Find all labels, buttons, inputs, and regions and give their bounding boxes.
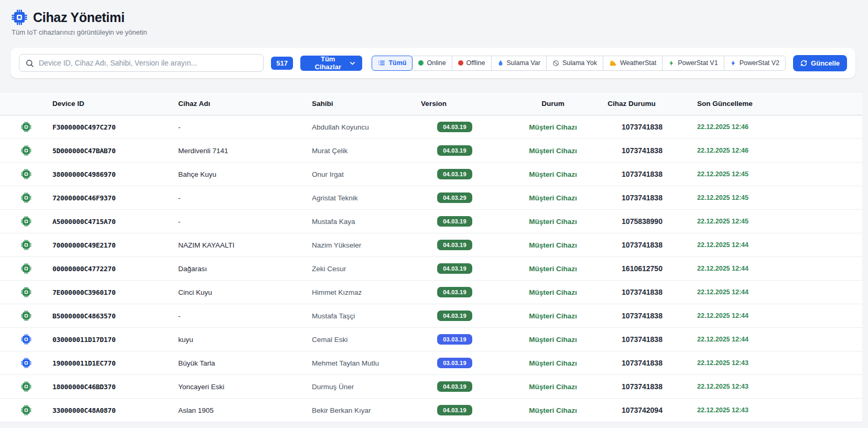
version-badge: 04.03.19	[437, 381, 472, 392]
device-id-cell: 38000000C4986970	[52, 170, 178, 178]
table-row[interactable]: 190000011D1EC770Büyük TarlaMehmet Taylan…	[0, 351, 862, 375]
device-status-cell: 1073741838	[605, 288, 679, 296]
filter-group: TümüOnlineOfflineSulama VarSulama YokWea…	[372, 56, 786, 71]
device-id-cell: F3000000C497C270	[52, 123, 178, 131]
filter-button-offline[interactable]: Offline	[452, 56, 492, 71]
table-row[interactable]: 00000000C4772270DağarasıZeki Cesur04.03.…	[0, 257, 862, 281]
device-name-cell: Merdivenli 7141	[178, 147, 312, 155]
table-body: F3000000C497C270-Abdullah Koyuncu04.03.1…	[0, 115, 862, 422]
device-name-cell: Dağarası	[178, 265, 312, 273]
device-status-cell: 1073741838	[605, 170, 679, 178]
table-row[interactable]: B5000000C4863570-Mustafa Taşçi04.03.19Mü…	[0, 304, 862, 328]
device-name-cell: -	[178, 312, 312, 320]
device-status-cell: 1073741838	[605, 312, 679, 320]
last-update-cell: 22.12.2025 12:46	[679, 147, 862, 154]
status-cell: Müşteri Cihazı	[501, 194, 605, 202]
device-status-cell: 1073741838	[605, 335, 679, 344]
device-count-badge: 517	[271, 57, 293, 70]
table-row[interactable]: 72000000C46F9370-Agristat Teknik04.03.29…	[0, 186, 862, 210]
device-type-dropdown[interactable]: Tüm Cihazlar	[300, 56, 362, 71]
device-id-cell: 72000000C46F9370	[52, 194, 178, 202]
device-status-cell: 1073741838	[605, 359, 679, 367]
owner-cell: Cemal Eski	[312, 336, 409, 344]
device-id-cell: 5D000000C47BAB70	[52, 147, 178, 155]
search-icon	[25, 59, 34, 68]
list-icon	[378, 59, 385, 67]
page-header: Cihaz Yönetimi Tüm IoT cihazlarınızı gör…	[0, 0, 868, 36]
status-cell: Müşteri Cihazı	[501, 288, 605, 296]
filter-button-powerstat-v2[interactable]: PowerStat V2	[724, 56, 786, 71]
device-chip-icon	[21, 169, 31, 179]
device-chip-icon	[21, 334, 31, 345]
filter-button-powerstat-v1[interactable]: PowerStat V1	[662, 56, 724, 71]
table-row[interactable]: 70000000C49E2170NAZIM KAYAALTINazim Yüks…	[0, 233, 862, 257]
device-status-cell: 1073741838	[605, 241, 679, 249]
table-row[interactable]: A5000000C4715A70-Mustafa Kaya04.03.19Müş…	[0, 210, 862, 233]
table-row[interactable]: 5D000000C47BAB70Merdivenli 7141Murat Çel…	[0, 139, 862, 163]
table-row[interactable]: 7E000000C3960170Cinci KuyuHimmet Kızmaz0…	[0, 281, 862, 304]
device-name-cell: Bahçe Kuyu	[178, 170, 312, 178]
device-name-cell: -	[178, 218, 312, 226]
device-chip-icon	[21, 287, 31, 297]
status-cell: Müşteri Cihazı	[501, 406, 605, 414]
owner-cell: Zeki Cesur	[312, 265, 409, 273]
last-update-cell: 22.12.2025 12:45	[679, 170, 862, 178]
device-name-cell: Büyük Tarla	[178, 359, 312, 367]
last-update-cell: 22.12.2025 12:44	[679, 336, 862, 343]
table-row[interactable]: 38000000C4986970Bahçe KuyuOnur Irgat04.0…	[0, 163, 862, 186]
table-row[interactable]: 18000000C46BD370Yoncayeri EskiDurmuş Üne…	[0, 375, 862, 399]
device-chip-icon	[21, 240, 31, 250]
col-header-son-guncelleme: Son Güncelleme	[679, 100, 862, 108]
device-status-cell: 1073741838	[605, 146, 679, 155]
table-row[interactable]: 030000011D17D170kuyuCemal Eski03.03.19Mü…	[0, 328, 862, 351]
col-header-durum: Durum	[501, 100, 605, 108]
toolbar: 517 Tüm Cihazlar TümüOnlineOfflineSulama…	[10, 48, 855, 78]
cpu-chip-icon	[12, 9, 27, 25]
owner-cell: Abdullah Koyuncu	[312, 123, 409, 131]
last-update-cell: 22.12.2025 12:45	[679, 194, 862, 201]
owner-cell: Himmet Kızmaz	[312, 288, 409, 296]
filter-button-online[interactable]: Online	[412, 56, 452, 71]
last-update-cell: 22.12.2025 12:44	[679, 312, 862, 319]
col-header-version: Version	[421, 100, 447, 108]
last-update-cell: 22.12.2025 12:43	[679, 383, 862, 390]
search-input[interactable]	[39, 59, 257, 67]
device-id-cell: B5000000C4863570	[52, 312, 178, 320]
table-row[interactable]: 33000000C48A0870Aslan 1905Bekir Berkan K…	[0, 399, 862, 422]
filter-button-sulama-var[interactable]: Sulama Var	[491, 56, 547, 71]
filter-button-all[interactable]: Tümü	[372, 56, 413, 71]
bolt-green-icon	[668, 60, 675, 67]
table-row[interactable]: F3000000C497C270-Abdullah Koyuncu04.03.1…	[0, 115, 862, 139]
version-badge: 04.03.19	[437, 405, 472, 415]
owner-cell: Murat Çelik	[312, 147, 409, 155]
version-badge: 04.03.29	[437, 192, 472, 203]
device-id-cell: 00000000C4772270	[52, 265, 178, 273]
device-id-cell: A5000000C4715A70	[52, 218, 178, 226]
last-update-cell: 22.12.2025 12:44	[679, 265, 862, 272]
device-status-cell: 1073742094	[605, 406, 679, 414]
filter-label: Tümü	[388, 59, 406, 67]
version-badge: 04.03.19	[437, 145, 472, 156]
device-chip-icon	[21, 145, 31, 156]
col-header-sahibi: Sahibi	[312, 100, 409, 108]
version-badge: 03.03.19	[437, 358, 472, 368]
filter-button-sulama-yok[interactable]: Sulama Yok	[546, 56, 603, 71]
status-cell: Müşteri Cihazı	[501, 123, 605, 131]
owner-cell: Mustafa Taşçi	[312, 312, 409, 320]
device-chip-icon	[21, 405, 31, 415]
device-chip-icon	[21, 216, 31, 227]
filter-label: Online	[427, 59, 446, 67]
refresh-icon	[800, 60, 807, 67]
filter-label: PowerStat V2	[740, 59, 779, 67]
status-cell: Müşteri Cihazı	[501, 147, 605, 155]
filter-button-weatherstat[interactable]: WeatherStat	[603, 56, 663, 71]
owner-cell: Nazim Yükseler	[312, 241, 409, 249]
col-header-device-id: Device ID	[52, 100, 178, 108]
refresh-button[interactable]: Güncelle	[793, 55, 847, 71]
droplet-icon	[497, 59, 504, 67]
refresh-button-label: Güncelle	[811, 59, 840, 67]
offline-dot-icon	[458, 60, 463, 66]
search-box	[19, 54, 264, 72]
last-update-cell: 22.12.2025 12:44	[679, 241, 862, 249]
last-update-cell: 22.12.2025 12:43	[679, 359, 862, 367]
